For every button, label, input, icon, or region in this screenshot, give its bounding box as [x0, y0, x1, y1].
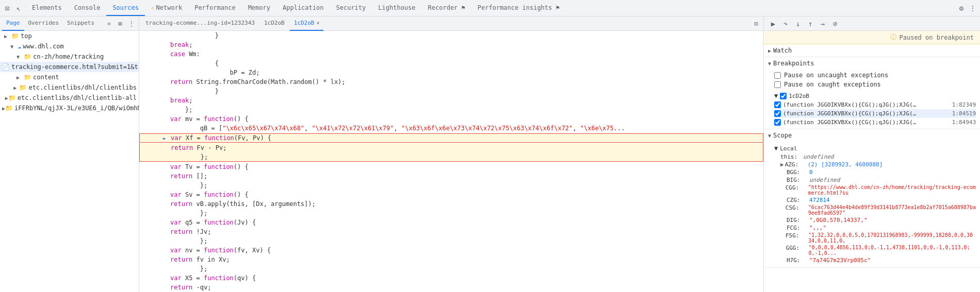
scope-csg-key: CSG:	[786, 204, 806, 211]
line-arrow	[160, 162, 168, 171]
tree-item-top[interactable]: ▶ 📁 top	[0, 31, 139, 41]
right-panel: ▶ ↷ ↓ ↑ → ⊘ ⓘ Paused on breakpoint ▶ Wat…	[763, 16, 980, 292]
expand-code-icon[interactable]: ⊡	[751, 19, 761, 29]
line-arrow	[160, 68, 168, 77]
sidebar: Page Overrides Snippets » ⊞ ⋮ ▶ 📁 top ▼ …	[0, 16, 139, 292]
line-content: return String.fromCharCode(Math.random()…	[168, 77, 763, 87]
tab-elements[interactable]: Elements	[26, 0, 68, 16]
scope-fcg-value: ",,,"	[809, 225, 826, 231]
code-tab-tracking[interactable]: tracking-ecomme...ing-id=1232343	[141, 16, 259, 31]
step-into-button[interactable]: ↓	[793, 19, 803, 29]
tree-item-content[interactable]: ▶ 📁 content	[0, 72, 139, 82]
line-number	[139, 255, 160, 264]
code-line: break;	[139, 40, 763, 49]
tab-performance-insights[interactable]: Performance insights ⚑	[471, 0, 566, 16]
tree-item-iffr[interactable]: ▶ 📁 iFFRbYNL/qjJX-3L/e3UE6_i/QB/wiOmhNcD…	[0, 103, 139, 113]
code-line-highlighted: ► var Xf = function(Fv, Pv) {	[139, 133, 763, 143]
tab-security[interactable]: Security	[330, 0, 372, 16]
sidebar-tab-page[interactable]: Page	[2, 16, 24, 31]
scope-big-key: BIG:	[787, 177, 807, 183]
tab-performance[interactable]: Performance	[188, 0, 241, 16]
refresh-icon[interactable]: ⋮	[126, 19, 137, 29]
dock-icon[interactable]: ⊡	[2, 3, 12, 13]
scope-azg-expand[interactable]: ▶	[780, 161, 784, 168]
tree-item-clientlib-all[interactable]: ▶ 📁 etc.clientlibs/dhl/clientlib-all	[0, 93, 139, 103]
scope-czg-key: CZG:	[787, 197, 807, 203]
debug-toolbar: ▶ ↷ ↓ ↑ → ⊘	[764, 16, 980, 31]
line-arrow	[160, 77, 168, 87]
bp-checkbox-2[interactable]	[774, 110, 781, 117]
bp-checkbox-1[interactable]	[774, 101, 781, 108]
settings-icon[interactable]: ⚙	[956, 3, 967, 13]
line-content: };	[168, 105, 763, 114]
line-content: };	[169, 152, 763, 161]
tab-sources[interactable]: Sources	[106, 0, 145, 16]
scope-local-expand: ▼	[774, 145, 778, 152]
scope-this: this: undefined	[780, 153, 976, 161]
bp-line-1: 1:82349	[952, 101, 976, 108]
bp-text-2: (function JGGOIKVBXx(){CG();qJG();XJG();…	[783, 110, 917, 117]
line-number	[139, 246, 160, 255]
resume-button[interactable]: ▶	[768, 19, 778, 29]
code-line: bP = Zd;	[139, 68, 763, 77]
tree-item-dhl[interactable]: ▼ ☁ www.dhl.com	[0, 41, 139, 51]
line-number	[140, 143, 160, 152]
scope-ggg-key: GGG:	[786, 245, 807, 251]
line-content: var Sv = function() {	[168, 190, 763, 199]
tab-memory[interactable]: Memory	[242, 0, 276, 16]
line-content: };	[168, 209, 763, 218]
pause-uncaught-checkbox[interactable]	[774, 72, 781, 79]
line-arrow	[160, 199, 168, 209]
sidebar-tabs-more[interactable]: »	[105, 20, 113, 27]
tab-lighthouse[interactable]: Lighthouse	[372, 0, 421, 16]
tab-network[interactable]: ⚠ Network	[145, 0, 188, 16]
sidebar-tab-overrides[interactable]: Overrides	[24, 16, 63, 31]
code-area: tracking-ecomme...ing-id=1232343 1cD2oB …	[139, 16, 763, 292]
tree-item-tracking[interactable]: ▼ 📁 cn-zh/home/tracking	[0, 51, 139, 62]
step-over-button[interactable]: ↷	[780, 19, 791, 29]
pause-caught-checkbox[interactable]	[774, 81, 781, 88]
line-arrow	[160, 264, 168, 273]
line-arrow	[160, 96, 168, 105]
tab-application[interactable]: Application	[276, 0, 330, 16]
bp-checkbox-3[interactable]	[774, 119, 781, 126]
scope-local-label: Local	[780, 145, 797, 152]
scope-dig: DIG: ",0G0,570,14337,"	[780, 216, 976, 224]
breakpoints-header[interactable]: ▼ Breakpoints	[764, 57, 980, 70]
sidebar-tab-snippets[interactable]: Snippets	[63, 16, 99, 31]
code-line: var Tv = function() {	[139, 162, 763, 171]
code-line: var q5 = function(Jv) {	[139, 218, 763, 227]
tree-arrow-tracking: ▼	[17, 54, 24, 60]
more-options-icon[interactable]: ⋮	[968, 3, 978, 13]
step-out-button[interactable]: ↑	[805, 19, 815, 29]
scope-bgg-key: BGG:	[787, 169, 807, 176]
scope-cgg-key: CGG:	[786, 184, 806, 191]
tab-console[interactable]: Console	[68, 0, 107, 16]
scope-local-header[interactable]: ▼ Local	[774, 144, 976, 153]
line-arrow	[160, 49, 168, 59]
new-snippet-icon[interactable]: ⊞	[115, 19, 125, 29]
code-line: break;	[139, 96, 763, 105]
step-button[interactable]: →	[818, 19, 828, 29]
watch-header[interactable]: ▶ Watch	[764, 44, 980, 57]
code-tab-1cd2ob-2[interactable]: 1cD2oB ×	[290, 16, 324, 31]
tree-item-tracking-file[interactable]: 📄 tracking-ecommerce.html?submit=1&trac	[0, 62, 139, 72]
code-content[interactable]: } break; case Wm:	[139, 31, 763, 292]
tree-item-clientlibs[interactable]: ▶ 📁 etc.clientlibs/dhl/clientlibs	[0, 82, 139, 93]
code-line: return [];	[139, 171, 763, 181]
cursor-icon[interactable]: ↖	[13, 3, 24, 13]
code-tab-1cd2ob-1[interactable]: 1cD2oB	[260, 16, 289, 31]
deactivate-button[interactable]: ⊘	[830, 19, 840, 29]
close-tab-icon[interactable]: ×	[316, 20, 319, 26]
line-content: }	[168, 87, 763, 96]
bp-group-checkbox[interactable]	[780, 93, 787, 99]
line-content: return vB.apply(this, [Dx, arguments]);	[168, 199, 763, 209]
line-number	[139, 190, 160, 199]
tree-label-top: top	[21, 32, 32, 40]
code-line: };	[139, 209, 763, 218]
scope-f5g-value: "1,32,32,0,0,0,5,0,1702131968983,-999999…	[808, 232, 976, 244]
scope-header[interactable]: ▼ Scope	[764, 129, 980, 142]
tab-recorder[interactable]: Recorder ⚑	[422, 0, 471, 16]
line-arrow	[160, 31, 168, 40]
line-arrow	[160, 181, 168, 190]
